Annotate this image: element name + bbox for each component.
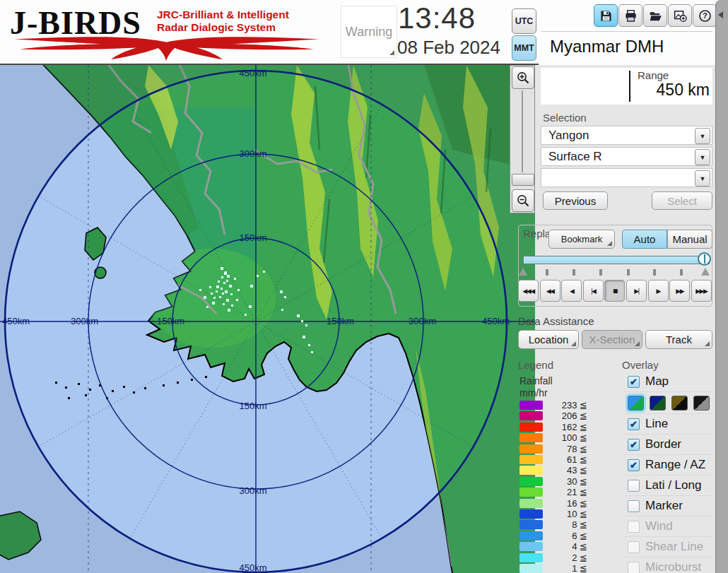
- play-backward-button[interactable]: ◀: [561, 280, 582, 302]
- utc-button[interactable]: UTC: [512, 8, 536, 34]
- slider-tick: [627, 269, 630, 276]
- map-palette-row: [622, 391, 714, 413]
- panel-collapse-grip[interactable]: [715, 0, 728, 573]
- radar-echo-cell: [234, 278, 236, 280]
- slider-start-marker[interactable]: [519, 268, 527, 276]
- map-palette-swatch-2[interactable]: [650, 396, 666, 410]
- play-forward-button[interactable]: ▶: [648, 280, 669, 302]
- legend-color-swatch: [519, 477, 543, 486]
- map-palette-swatch-4[interactable]: [693, 396, 710, 410]
- step-forward-button[interactable]: ▶|: [626, 280, 647, 302]
- ring-label: 450km: [482, 316, 510, 326]
- overlay-item-wind[interactable]: Wind: [622, 516, 714, 536]
- legend-color-swatch: [519, 520, 543, 529]
- open-folder-button[interactable]: [643, 4, 667, 27]
- zoom-slider-track[interactable]: [522, 90, 523, 172]
- overlay-item-border[interactable]: ✔Border: [622, 434, 714, 454]
- chevron-down-icon[interactable]: ▼: [695, 170, 710, 187]
- slider-end-marker[interactable]: [701, 268, 710, 276]
- overlay-item-range-az[interactable]: ✔Range / AZ: [622, 454, 714, 475]
- legend-row: 233 ≦: [519, 401, 590, 410]
- legend-row: 8 ≦: [519, 520, 590, 530]
- ring-label: 150km: [239, 232, 266, 243]
- overlay-item-lati-long[interactable]: Lati / Long: [622, 475, 714, 495]
- checkbox-unchecked[interactable]: [628, 500, 640, 512]
- radar-echo-cell: [305, 324, 307, 326]
- radar-map-svg[interactable]: 450km300km150km450km300km150km150km300km…: [0, 65, 535, 573]
- checkbox-checked[interactable]: ✔: [628, 418, 640, 430]
- chevron-down-icon[interactable]: ▼: [695, 128, 710, 144]
- radar-echo-cell: [308, 344, 310, 346]
- corner-fold-icon: [635, 341, 640, 346]
- replay-slider-thumb[interactable]: [698, 252, 711, 266]
- zoom-slider-thumb[interactable]: [512, 174, 534, 186]
- overlay-item-map[interactable]: ✔Map: [622, 372, 714, 391]
- map-palette-swatch-1[interactable]: [628, 396, 644, 410]
- fast-rewind-3-button[interactable]: ◀◀◀: [518, 280, 539, 302]
- legend-value: 4 ≦: [545, 541, 587, 552]
- checkbox-unchecked[interactable]: [628, 480, 640, 492]
- collapse-arrow-icon: [718, 11, 723, 18]
- checkbox-checked[interactable]: ✔: [628, 459, 640, 471]
- mmt-button[interactable]: MMT: [512, 35, 536, 61]
- auto-mode-button[interactable]: Auto: [622, 230, 667, 249]
- add-image-icon: [674, 9, 687, 23]
- legend-row: 78 ≦: [519, 444, 590, 454]
- station-dropdown[interactable]: Yangon ▼: [541, 126, 712, 145]
- chevron-down-icon[interactable]: ▼: [695, 149, 710, 165]
- help-button[interactable]: ?: [693, 4, 717, 27]
- button-label: X-Section: [589, 333, 635, 345]
- location-button[interactable]: Location: [518, 330, 579, 349]
- print-button[interactable]: [618, 4, 642, 27]
- track-button[interactable]: Track: [645, 330, 712, 349]
- slider-tick: [653, 269, 656, 276]
- radar-echo-cell: [219, 296, 221, 298]
- fast-forward-3-button[interactable]: ▶▶▶: [691, 280, 712, 302]
- radar-map[interactable]: 450km300km150km450km300km150km150km300km…: [0, 65, 535, 573]
- stop-button[interactable]: ■: [604, 280, 625, 302]
- add-image-button[interactable]: [668, 4, 692, 27]
- map-palette-swatch-3[interactable]: [671, 396, 688, 410]
- overlay-label: Range / AZ: [645, 458, 705, 472]
- radar-echo-cell: [216, 290, 218, 293]
- overlay-list: ✔Map✔Line✔Border✔Range / AZLati / LongMa…: [622, 372, 714, 573]
- legend-row: 206 ≦: [519, 411, 590, 421]
- bookmark-button[interactable]: Bookmark: [548, 230, 615, 249]
- legend-color-swatch: [519, 499, 543, 508]
- legend-value: 8 ≦: [545, 519, 587, 530]
- warning-button[interactable]: Warning: [341, 6, 397, 58]
- save-button[interactable]: [594, 4, 618, 27]
- clock-time: 13:48: [393, 1, 481, 35]
- checkbox-unchecked[interactable]: [628, 521, 640, 533]
- previous-button[interactable]: Previous: [543, 191, 608, 210]
- checkbox-unchecked[interactable]: [628, 541, 640, 553]
- range-label: Range: [638, 69, 669, 81]
- checkbox-unchecked[interactable]: [628, 562, 640, 573]
- legend-value: 10 ≦: [545, 509, 587, 519]
- manual-mode-button[interactable]: Manual: [667, 230, 712, 249]
- eagle-logo-icon: [7, 33, 327, 62]
- overlay-item-line[interactable]: ✔Line: [622, 413, 714, 434]
- product-dropdown[interactable]: Surface R ▼: [541, 147, 712, 166]
- legend-row: 21 ≦: [519, 488, 590, 497]
- checkbox-checked[interactable]: ✔: [628, 376, 640, 388]
- zoom-out-button[interactable]: [512, 189, 534, 212]
- save-icon: [599, 9, 613, 23]
- select-button[interactable]: Select: [652, 191, 712, 210]
- legend-color-swatch: [519, 433, 543, 442]
- option-dropdown[interactable]: ▼: [541, 168, 712, 187]
- fast-rewind-2-button[interactable]: ◀◀: [540, 280, 560, 302]
- replay-progress-slider[interactable]: [523, 256, 710, 264]
- step-backward-button[interactable]: |◀: [583, 280, 604, 302]
- radar-echo-cell: [225, 290, 228, 293]
- x-section-button[interactable]: X-Section: [582, 330, 642, 349]
- radar-echo-cell: [213, 297, 216, 299]
- slider-tick: [680, 269, 683, 276]
- checkbox-checked[interactable]: ✔: [628, 439, 640, 451]
- zoom-in-button[interactable]: [512, 66, 534, 89]
- overlay-item-microburst[interactable]: Microburst: [622, 557, 714, 573]
- legend-row: 43 ≦: [519, 466, 590, 475]
- overlay-item-marker[interactable]: Marker: [622, 495, 714, 516]
- overlay-item-shear-line[interactable]: Shear Line: [622, 536, 714, 557]
- fast-forward-2-button[interactable]: ▶▶: [669, 280, 690, 302]
